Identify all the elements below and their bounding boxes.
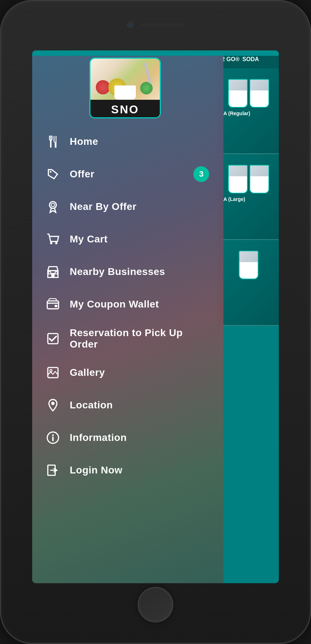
logo-box: SNO <box>89 58 161 118</box>
right-side-panel: 2 GO® SODA A (Regular) <box>218 50 279 583</box>
food-section-1: A (Regular) <box>218 68 279 154</box>
svg-rect-15 <box>54 305 57 307</box>
svg-rect-10 <box>51 273 55 277</box>
svg-point-5 <box>49 202 56 208</box>
logo-cup <box>114 85 136 100</box>
menu-items-container: Home Offer 3 <box>32 126 223 487</box>
cup-group-2 <box>222 165 275 193</box>
cart-icon <box>43 230 63 249</box>
menu-label-reservation: Reservation to Pick Up Order <box>70 327 213 350</box>
menu-label-gallery: Gallery <box>70 367 105 378</box>
menu-label-my-cart: My Cart <box>70 233 108 245</box>
menu-item-home[interactable]: Home <box>32 126 223 158</box>
menu-item-my-cart[interactable]: My Cart <box>32 223 223 256</box>
phone-speaker <box>141 23 184 26</box>
food-section-2: A (Large) <box>218 154 279 240</box>
screen: 2 GO® SODA A (Regular) <box>32 50 279 583</box>
menu-item-offer[interactable]: Offer 3 <box>32 158 223 191</box>
cup-top <box>229 80 247 90</box>
cup-item-2 <box>250 79 269 108</box>
spoon-icon <box>143 62 152 83</box>
cup-top-4 <box>250 166 268 176</box>
cup-item-3 <box>228 165 248 193</box>
cup-top-5 <box>240 251 258 262</box>
menu-label-near-by-offer: Near By Offer <box>70 201 137 212</box>
food-label-1: A (Regular) <box>222 108 275 119</box>
scoop-green <box>140 82 153 94</box>
food-label-2: A (Large) <box>222 193 275 205</box>
tag-icon <box>43 164 63 184</box>
menu-item-near-by-offer[interactable]: Near By Offer <box>32 191 223 223</box>
svg-point-19 <box>51 402 55 405</box>
svg-rect-11 <box>48 272 50 274</box>
logo-text-bar: SNO <box>90 100 160 118</box>
svg-rect-12 <box>55 272 57 274</box>
login-icon <box>43 461 63 480</box>
menu-item-login[interactable]: Login Now <box>32 454 223 487</box>
award-icon <box>43 197 63 217</box>
menu-label-home: Home <box>70 136 98 147</box>
menu-item-gallery[interactable]: Gallery <box>32 357 223 389</box>
phone-home-button[interactable] <box>138 587 173 623</box>
svg-point-4 <box>50 171 51 173</box>
svg-point-22 <box>52 434 54 436</box>
menu-overlay: SNO <box>32 50 223 583</box>
cup-top-3 <box>229 166 247 176</box>
checkbox-icon <box>43 329 63 348</box>
tab-soda[interactable]: SODA <box>242 56 259 63</box>
screen-top-bar-accent <box>32 50 279 56</box>
phone-frame: 2 GO® SODA A (Regular) <box>0 0 311 644</box>
location-icon <box>43 395 63 415</box>
phone-top-bar <box>127 21 184 28</box>
logo-text: SNO <box>111 103 139 116</box>
tab-2go[interactable]: 2 GO® <box>222 56 240 63</box>
menu-label-my-coupon-wallet: My Coupon Wallet <box>70 299 159 310</box>
svg-point-6 <box>51 203 55 207</box>
logo-image <box>90 59 160 100</box>
wallet-icon <box>43 295 63 314</box>
cup-group-3 <box>222 251 275 279</box>
menu-label-nearby-businesses: Nearby Businesses <box>70 266 165 277</box>
store-icon <box>43 262 63 282</box>
scoop-red <box>96 80 110 94</box>
cup-item-5 <box>239 251 258 279</box>
cup-item <box>228 79 248 108</box>
cup-top-2 <box>250 80 268 90</box>
menu-label-offer: Offer <box>70 168 94 180</box>
menu-label-information: Information <box>70 432 127 443</box>
menu-label-location: Location <box>70 399 113 411</box>
svg-point-7 <box>50 242 52 244</box>
cup-group-1 <box>222 79 275 108</box>
phone-camera <box>127 21 134 28</box>
menu-item-nearby-businesses[interactable]: Nearby Businesses <box>32 256 223 288</box>
home-icon <box>43 132 63 152</box>
menu-label-login: Login Now <box>70 464 123 476</box>
svg-point-18 <box>50 369 52 372</box>
gallery-icon <box>43 363 63 383</box>
cup-item-4 <box>250 165 269 193</box>
menu-item-reservation[interactable]: Reservation to Pick Up Order <box>32 321 223 357</box>
info-icon <box>43 428 63 448</box>
menu-item-location[interactable]: Location <box>32 389 223 422</box>
logo-area: SNO <box>89 58 164 122</box>
food-section-3 <box>218 240 279 326</box>
svg-point-8 <box>55 242 57 244</box>
offer-badge: 3 <box>193 166 209 182</box>
menu-item-information[interactable]: Information <box>32 422 223 454</box>
menu-item-my-coupon-wallet[interactable]: My Coupon Wallet <box>32 288 223 321</box>
